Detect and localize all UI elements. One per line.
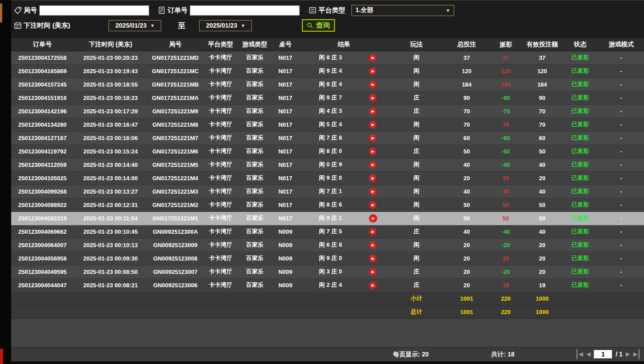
order-input[interactable] (190, 5, 300, 16)
left-edge-red-mark (0, 349, 3, 364)
replay-icon[interactable]: ▶ (369, 134, 376, 142)
main-panel: 局号 订单号 平台类型 1.全部 ▼ (11, 0, 644, 364)
table-row[interactable]: 250123004165869 2025-01-23 00:19:43 GN01… (11, 64, 644, 78)
table-row[interactable]: 250123004112059 2025-01-23 00:14:40 GN01… (11, 158, 644, 171)
cell-game: 百家乐 (238, 64, 272, 78)
table-row[interactable]: 250123004099268 2025-01-23 00:13:27 GN01… (11, 185, 644, 198)
table-row[interactable]: 250123004064007 2025-01-23 00:10:13 GN00… (11, 238, 644, 252)
first-page-icon[interactable]: ◀ (577, 349, 583, 359)
cell-order: 250123004165869 (11, 64, 74, 78)
cell-order: 250123004105025 (11, 171, 74, 185)
cell-play: 闲 (389, 131, 444, 145)
cell-game-mode: - (598, 278, 644, 292)
table-row[interactable]: 250123004056958 2025-01-23 00:09:30 GN00… (11, 252, 644, 265)
cell-payout: 120 (489, 64, 523, 78)
replay-icon[interactable]: ▶ (369, 81, 376, 88)
table-row[interactable]: 250123004044047 2025-01-23 00:08:21 GN00… (11, 278, 644, 292)
cell-total-bet: 20 (444, 278, 489, 292)
cell-table: N009 (272, 252, 299, 265)
cell-game: 百家乐 (238, 171, 272, 185)
table-row[interactable]: 250123004151916 2025-01-23 00:18:23 GN01… (11, 91, 644, 104)
cell-valid-bet: 120 (523, 64, 562, 78)
cell-platform: 卡卡湾厅 (203, 171, 238, 185)
replay-icon[interactable]: ▶ (369, 108, 376, 115)
replay-icon[interactable]: ▶ (369, 67, 376, 75)
cell-table: N017 (272, 198, 299, 211)
replay-icon[interactable]: ▶ (369, 54, 376, 62)
cell-payout: 20 (489, 171, 523, 185)
cell-order: 250123004069662 (11, 225, 74, 238)
table-row[interactable]: 250123004088922 2025-01-23 00:12:31 GN01… (11, 198, 644, 211)
cell-round: GN00925123007 (147, 265, 203, 278)
date-from-picker[interactable]: 2025/01/23 ▼ (109, 20, 161, 31)
cell-game-mode: - (598, 64, 644, 78)
replay-icon[interactable]: ▶ (369, 161, 376, 169)
replay-icon[interactable]: ▶ (369, 188, 376, 195)
table-row[interactable]: 250123004082219 2025-01-23 00:11:54 GN01… (11, 211, 644, 225)
cell-status: 已派彩 (562, 145, 598, 158)
replay-icon[interactable]: ▶ (369, 201, 376, 209)
replay-icon[interactable]: ▶ (369, 148, 376, 155)
cell-table: N017 (272, 118, 299, 131)
table-row[interactable]: 250123004049595 2025-01-23 00:08:50 GN00… (11, 265, 644, 278)
cell-order: 250123004044047 (11, 278, 74, 292)
date-to-value: 2025/01/23 (206, 22, 237, 29)
cell-total-bet: 40 (444, 185, 489, 198)
cell-game: 百家乐 (238, 278, 272, 292)
cell-order: 250123004082219 (11, 211, 74, 225)
table-row[interactable]: 250123004134280 2025-01-23 00:16:47 GN01… (11, 118, 644, 131)
last-page-icon[interactable]: ▶ (633, 349, 640, 359)
cell-result: 闲 7 庄 8 ▶ (299, 131, 389, 145)
replay-icon[interactable]: ▶ (369, 255, 376, 262)
replay-icon[interactable]: ▶ (369, 268, 376, 276)
replay-icon[interactable]: ▶ (369, 228, 376, 236)
round-input[interactable] (39, 5, 149, 16)
replay-icon[interactable]: ▶ (369, 281, 376, 289)
table-row[interactable]: 250123004105025 2025-01-23 00:14:00 GN01… (11, 171, 644, 185)
cell-game-mode: - (598, 131, 644, 145)
replay-icon[interactable]: ▶ (369, 214, 377, 223)
cell-platform: 卡卡湾厅 (203, 185, 238, 198)
cell-payout: -70 (489, 104, 523, 118)
next-page-icon[interactable]: ▶ (626, 349, 630, 359)
cell-payout: -60 (489, 131, 523, 145)
query-button[interactable]: 查询 (302, 19, 335, 32)
cell-table: N017 (272, 51, 299, 64)
table-row[interactable]: 250123004069662 2025-01-23 00:10:45 GN00… (11, 225, 644, 238)
col-order: 订单号 (11, 38, 74, 51)
prev-page-icon[interactable]: ◀ (586, 349, 590, 359)
subtotal-label: 小计 (389, 292, 444, 305)
replay-icon[interactable]: ▶ (369, 174, 376, 182)
table-row[interactable]: 250123004119792 2025-01-23 00:15:24 GN01… (11, 145, 644, 158)
cell-time: 2025-01-23 00:16:47 (74, 118, 147, 131)
cell-round: GN017251221M1 (147, 211, 203, 225)
cell-result: 闲 5 庄 4 ▶ (299, 118, 389, 131)
replay-icon[interactable]: ▶ (369, 121, 376, 128)
cell-result: 闲 0 庄 9 ▶ (299, 158, 389, 171)
cell-play: 闲 (389, 118, 444, 131)
cell-time: 2025-01-23 00:17:29 (74, 104, 147, 118)
table-row[interactable]: 250123004157245 2025-01-23 00:18:55 GN01… (11, 78, 644, 91)
table-row[interactable]: 250123004127167 2025-01-23 00:16:06 GN01… (11, 131, 644, 145)
replay-icon[interactable]: ▶ (369, 94, 376, 102)
table-row[interactable]: 250123004172558 2025-01-23 00:20:23 GN01… (11, 51, 644, 64)
cell-result: 闲 9 庄 1 ▶ (299, 211, 389, 225)
cell-play: 庄 (389, 265, 444, 278)
subtotal-payout: 220 (489, 292, 523, 305)
table-row[interactable]: 250123004142196 2025-01-23 00:17:29 GN01… (11, 104, 644, 118)
replay-icon[interactable]: ▶ (369, 241, 376, 249)
date-to-picker[interactable]: 2025/01/23 ▼ (199, 20, 252, 31)
betting-records-screen: 局号 订单号 平台类型 1.全部 ▼ (0, 0, 644, 364)
platform-select[interactable]: 1.全部 ▼ (351, 5, 454, 16)
cell-table: N017 (272, 78, 299, 91)
page-input[interactable] (594, 350, 612, 359)
calendar-icon (14, 21, 22, 29)
cell-round: GN017251221M6 (147, 145, 203, 158)
cell-payout: 184 (489, 78, 523, 91)
bottom-strip (11, 361, 644, 364)
per-page-value: 20 (422, 351, 429, 358)
result-score: 闲 9 庄 1 (299, 214, 362, 222)
cell-status: 已派彩 (562, 211, 598, 225)
cell-play: 闲 (389, 211, 444, 225)
cell-time: 2025-01-23 00:11:54 (74, 211, 147, 225)
